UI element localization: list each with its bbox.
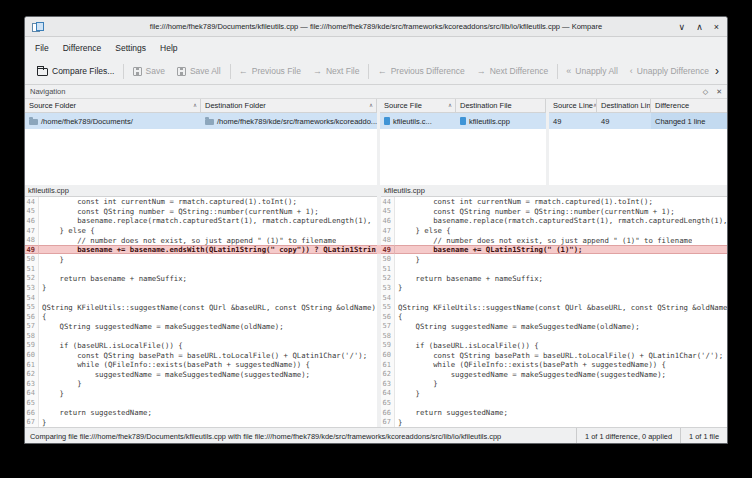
destination-code-view[interactable]: 44 const int currentNum = rmatch.capture… <box>381 197 727 427</box>
pane-splitter[interactable] <box>377 185 381 427</box>
destination-folder-cell[interactable]: /home/fhek789/kde/src/frameworks/kcoread… <box>201 113 377 129</box>
save-button[interactable]: Save <box>127 63 171 79</box>
code-line-51[interactable]: 51 <box>381 264 727 274</box>
lines-row[interactable]: 49 49 Changed 1 line <box>549 113 727 129</box>
column-header-destination-line[interactable]: Destination Lin <box>597 99 651 112</box>
code-line-61[interactable]: 61 while (QFileInfo::exists(basePath + s… <box>25 360 377 370</box>
column-header-destination-file[interactable]: Destination File <box>456 99 546 112</box>
code-line-66[interactable]: 66 return suggestedName; <box>25 408 377 418</box>
code-line-45[interactable]: 45 const QString number = QString::numbe… <box>381 207 727 217</box>
maximize-button[interactable]: ∧ <box>696 23 703 32</box>
column-header-destination-folder[interactable]: Destination Folder ∧ <box>201 99 377 112</box>
code-line-49[interactable]: 49 basename += QLatin1String(" (1)"); <box>381 245 727 255</box>
code-line-67[interactable]: 67} <box>25 417 377 427</box>
code-line-64[interactable]: 64 } <box>381 389 727 399</box>
code-line-50[interactable]: 50 } <box>381 254 727 264</box>
status-files: 1 of 1 file <box>680 428 727 444</box>
unapply-all-button[interactable]: «Unapply All <box>560 63 624 79</box>
previous-file-button[interactable]: ←Previous File <box>233 63 307 79</box>
source-line-cell[interactable]: 49 <box>549 113 597 129</box>
code-line-58[interactable]: 58 <box>25 331 377 341</box>
column-header-source-line[interactable]: Source Line ∧ <box>549 99 597 112</box>
code-line-49[interactable]: 49 basename += basename.endsWith(QLatin1… <box>25 245 377 255</box>
titlebar[interactable]: file:///home/fhek789/Documents/kfileutil… <box>25 17 727 37</box>
column-header-difference[interactable]: Difference <box>651 99 727 112</box>
menu-help[interactable]: Help <box>153 40 184 56</box>
code-line-56[interactable]: 56{ <box>25 312 377 322</box>
difference-cell[interactable]: Changed 1 line <box>651 113 727 129</box>
menu-difference[interactable]: Difference <box>56 40 109 56</box>
code-line-60[interactable]: 60 const QString basePath = baseURL.toLo… <box>25 350 377 360</box>
folders-row[interactable]: /home/fhek789/Documents/ /home/fhek789/k… <box>25 113 377 129</box>
float-panel-icon[interactable]: ◇ <box>703 88 708 96</box>
line-number: 51 <box>381 264 395 274</box>
code-line-59[interactable]: 59 if (baseURL.isLocalFile()) { <box>25 341 377 351</box>
next-file-button[interactable]: →Next File <box>307 63 366 79</box>
code-line-61[interactable]: 61 while (QFileInfo::exists(basePath + s… <box>381 360 727 370</box>
code-line-57[interactable]: 57 QString suggestedName = makeSuggested… <box>25 322 377 332</box>
menu-settings[interactable]: Settings <box>108 40 153 56</box>
compare-files-button[interactable]: Compare Files... <box>31 63 120 79</box>
code-line-54[interactable]: 54 <box>25 293 377 303</box>
line-number: 58 <box>25 331 39 341</box>
toolbar: Compare Files...SaveSave All←Previous Fi… <box>25 58 727 85</box>
toolbar-overflow-chevron-icon[interactable]: › <box>715 64 721 78</box>
code-line-58[interactable]: 58 <box>381 331 727 341</box>
statusbar: Comparing file file:///home/fhek789/Docu… <box>25 427 727 444</box>
unapply-difference-button[interactable]: ‹Unapply Difference <box>624 63 715 79</box>
save-all-button[interactable]: Save All <box>171 63 227 79</box>
code-line-45[interactable]: 45 const QString number = QString::numbe… <box>25 207 377 217</box>
destination-line-cell[interactable]: 49 <box>597 113 651 129</box>
code-line-54[interactable]: 54 <box>381 293 727 303</box>
source-code-view[interactable]: 44 const int currentNum = rmatch.capture… <box>25 197 377 427</box>
code-line-48[interactable]: 48 // number does not exist, so just app… <box>25 235 377 245</box>
code-line-44[interactable]: 44 const int currentNum = rmatch.capture… <box>25 197 377 207</box>
code-line-46[interactable]: 46 basename.replace(rmatch.capturedStart… <box>381 216 727 226</box>
code-line-65[interactable]: 65 <box>381 398 727 408</box>
code-line-52[interactable]: 52 return basename + nameSuffix; <box>25 274 377 284</box>
code-line-63[interactable]: 63 } <box>381 379 727 389</box>
line-number: 67 <box>381 417 395 427</box>
column-header-source-file[interactable]: Source File ∧ <box>380 99 456 112</box>
code-line-55[interactable]: 55QString KFileUtils::suggestName(const … <box>381 302 727 312</box>
code-line-55[interactable]: 55QString KFileUtils::suggestName(const … <box>25 302 377 312</box>
files-row[interactable]: kfileutils.c... kfileutils.cpp <box>380 113 546 129</box>
code-line-66[interactable]: 66 return suggestedName; <box>381 408 727 418</box>
code-line-63[interactable]: 63 } <box>25 379 377 389</box>
line-number: 50 <box>25 254 39 264</box>
code-line-65[interactable]: 65 <box>25 398 377 408</box>
close-panel-icon[interactable]: ✕ <box>716 88 722 96</box>
code-line-62[interactable]: 62 suggestedName = makeSuggestedName(sug… <box>25 369 377 379</box>
next-difference-button[interactable]: →Next Difference <box>471 63 554 79</box>
code-line-50[interactable]: 50 } <box>25 254 377 264</box>
source-file-cell[interactable]: kfileutils.c... <box>380 113 456 129</box>
code-line-51[interactable]: 51 <box>25 264 377 274</box>
lines-table-header: Source Line ∧ Destination Lin Difference <box>549 99 727 113</box>
code-line-64[interactable]: 64 } <box>25 389 377 399</box>
close-button[interactable]: × <box>714 23 719 32</box>
code-line-59[interactable]: 59 if (baseURL.isLocalFile()) { <box>381 341 727 351</box>
code-line-46[interactable]: 46 basename.replace(rmatch.capturedStart… <box>25 216 377 226</box>
minimize-button[interactable]: ∨ <box>679 23 686 32</box>
code-line-57[interactable]: 57 QString suggestedName = makeSuggested… <box>381 322 727 332</box>
code-line-47[interactable]: 47 } else { <box>25 226 377 236</box>
code-line-67[interactable]: 67} <box>381 417 727 427</box>
code-line-48[interactable]: 48 // number does not exist, so just app… <box>381 235 727 245</box>
line-number: 59 <box>25 341 39 351</box>
code-line-62[interactable]: 62 suggestedName = makeSuggestedName(sug… <box>381 369 727 379</box>
line-text: // number does not exist, so just append… <box>39 236 336 245</box>
menu-file[interactable]: File <box>28 40 56 56</box>
column-header-source-folder[interactable]: Source Folder ∧ <box>25 99 201 112</box>
code-line-60[interactable]: 60 const QString basePath = baseURL.toLo… <box>381 350 727 360</box>
navigation-panel-header[interactable]: Navigation ◇ ✕ <box>25 85 727 99</box>
previous-difference-button[interactable]: ←Previous Difference <box>372 63 471 79</box>
code-line-53[interactable]: 53} <box>25 283 377 293</box>
code-line-56[interactable]: 56{ <box>381 312 727 322</box>
code-line-53[interactable]: 53} <box>381 283 727 293</box>
toolbar-button-label: Previous File <box>252 66 301 76</box>
source-folder-cell[interactable]: /home/fhek789/Documents/ <box>25 113 201 129</box>
code-line-44[interactable]: 44 const int currentNum = rmatch.capture… <box>381 197 727 207</box>
code-line-52[interactable]: 52 return basename + nameSuffix; <box>381 274 727 284</box>
code-line-47[interactable]: 47 } else { <box>381 226 727 236</box>
destination-file-cell[interactable]: kfileutils.cpp <box>456 113 546 129</box>
